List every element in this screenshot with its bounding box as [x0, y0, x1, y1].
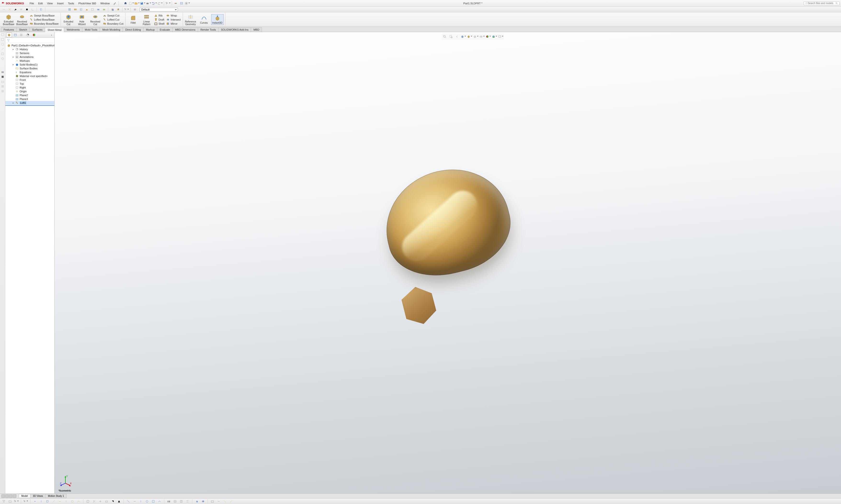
sb-icon[interactable] [201, 499, 205, 504]
sb-icon[interactable] [64, 499, 68, 504]
sb-icon[interactable] [70, 499, 75, 504]
tree-item[interactable]: Material <not specified> [5, 74, 54, 78]
fillet-button[interactable]: Fillet [127, 14, 139, 25]
qt-icon[interactable] [1, 7, 6, 12]
config-combo[interactable]: Default [140, 8, 178, 12]
pin-icon[interactable] [112, 1, 117, 6]
sb-icon[interactable] [39, 499, 44, 504]
qt-icon[interactable] [30, 7, 35, 12]
tree-tab-pm[interactable] [13, 33, 18, 37]
gutter-icon[interactable] [1, 52, 4, 55]
home-icon[interactable] [123, 1, 128, 6]
qt-icon[interactable] [7, 7, 12, 12]
menu-window[interactable]: Window [99, 1, 111, 6]
tree-tab-fm[interactable] [6, 33, 12, 37]
gutter-icon[interactable] [1, 89, 4, 93]
boundary-cut-button[interactable]: Boundary Cut [103, 22, 124, 25]
tree-tab-cfg[interactable] [19, 33, 24, 37]
sb-icon[interactable] [138, 499, 143, 504]
qt-icon[interactable] [124, 7, 129, 12]
sb-icon[interactable] [92, 499, 97, 504]
gutter-icon[interactable] [1, 42, 4, 46]
tab-weldments[interactable]: Weldments [64, 27, 82, 32]
shell-button[interactable]: Shell [154, 22, 165, 25]
tree-item[interactable]: Right [5, 86, 54, 89]
sb-icon[interactable] [85, 499, 90, 504]
btab-3dviews[interactable]: 3D Views [30, 494, 46, 498]
settings-icon[interactable] [185, 1, 190, 6]
3d-viewport[interactable]: Y X Z *Isometric [55, 32, 841, 493]
print-icon[interactable] [146, 1, 151, 6]
sb-icon[interactable] [45, 499, 50, 504]
open-icon[interactable] [134, 1, 140, 6]
tab-render[interactable]: Render Tools [198, 27, 219, 32]
redo-icon[interactable] [157, 1, 162, 6]
sb-icon[interactable] [14, 499, 19, 504]
qt-icon[interactable] [84, 7, 89, 12]
rib-button[interactable]: Rib [154, 14, 165, 17]
render-icon[interactable] [498, 34, 503, 39]
tab-sketch[interactable]: Sketch [16, 27, 30, 32]
tree-item[interactable]: ▸History [5, 47, 54, 51]
tree-item-loft1[interactable]: ▸Loft1 [5, 101, 54, 105]
tree-item[interactable]: Markups [5, 59, 54, 63]
sb-icon[interactable] [173, 499, 177, 504]
view-orient-icon[interactable] [467, 34, 472, 39]
tab-mbddim[interactable]: MBD Dimensions [172, 27, 198, 32]
gutter-icon[interactable] [1, 80, 4, 83]
tab-markup[interactable]: Markup [143, 27, 157, 32]
gutter-icon[interactable] [1, 33, 4, 36]
tab-addins[interactable]: SOLIDWORKS Add-Ins [218, 27, 251, 32]
mirror-button[interactable]: Mirror [166, 22, 181, 25]
tree-item[interactable]: Surface Bodies [5, 67, 54, 70]
sb-icon[interactable] [132, 499, 137, 504]
tree-item[interactable]: Top [5, 82, 54, 86]
hide-show-icon[interactable] [479, 34, 485, 39]
sb-icon[interactable] [194, 499, 199, 504]
sb-icon[interactable] [229, 499, 234, 504]
save-icon[interactable] [140, 1, 145, 6]
select-icon[interactable] [165, 1, 171, 6]
btab-motion[interactable]: Motion Study 1 [45, 494, 67, 498]
tree-item[interactable]: Plane3 [5, 97, 54, 101]
boundary-boss-button[interactable]: Boundary Boss/Base [29, 22, 59, 25]
tab-direct[interactable]: Direct Editing [123, 27, 143, 32]
sb-icon[interactable] [222, 499, 227, 504]
menu-photoview[interactable]: PhotoView 360 [76, 1, 98, 6]
tree-item[interactable]: ▸Solid Bodies(1) [5, 63, 54, 67]
gutter-icon[interactable] [1, 70, 4, 74]
hole-wizard-button[interactable]: Hole Wizard [76, 13, 88, 26]
menu-insert[interactable]: Insert [55, 1, 66, 6]
qt-icon[interactable] [96, 7, 101, 12]
ref-geometry-button[interactable]: Reference Geometry [184, 13, 197, 26]
qt-icon[interactable] [133, 7, 137, 12]
menu-file[interactable]: File [28, 1, 36, 6]
gutter-icon[interactable] [1, 57, 4, 60]
tab-sheetmetal[interactable]: Sheet Metal [45, 28, 64, 32]
gutter-icon[interactable] [1, 47, 4, 51]
search-box[interactable] [804, 1, 840, 5]
swept-boss-button[interactable]: Swept Boss/Base [29, 14, 59, 17]
tree-item[interactable]: ▸AAnnotations [5, 55, 54, 59]
qt-icon[interactable] [90, 7, 95, 12]
sb-icon[interactable] [210, 499, 215, 504]
sb-icon[interactable] [117, 499, 121, 504]
sb-icon[interactable] [157, 499, 162, 504]
tab-evaluate[interactable]: Evaluate [157, 27, 173, 32]
tab-surfaces[interactable]: Surfaces [30, 27, 45, 32]
sb-icon[interactable] [126, 499, 131, 504]
tab-features[interactable]: Features [1, 27, 17, 32]
tab-mbd[interactable]: MBD [251, 27, 262, 32]
prev-view-icon[interactable] [454, 34, 460, 39]
curves-button[interactable]: Curves [198, 14, 210, 25]
tree-tab-dim[interactable] [25, 33, 31, 37]
revolved-boss-button[interactable]: Revolved Boss/Base [16, 13, 28, 26]
qt-icon[interactable] [38, 7, 44, 12]
search-input[interactable] [808, 2, 836, 4]
qt-icon[interactable] [67, 7, 72, 12]
menu-edit[interactable]: Edit [36, 1, 45, 6]
new-icon[interactable] [128, 1, 134, 6]
qt-icon[interactable] [102, 7, 106, 12]
instant3d-button[interactable]: Instant3D [211, 14, 224, 25]
qt-icon[interactable] [19, 7, 23, 12]
